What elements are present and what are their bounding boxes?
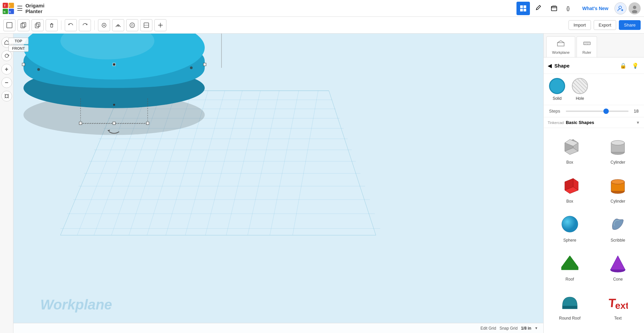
shape-lock-button[interactable]: 🔒 [618, 61, 628, 70]
action-buttons: Import Export Share [568, 20, 644, 30]
svg-point-34 [131, 24, 133, 26]
snap-grid-value: 1/8 in [521, 326, 531, 331]
shape-card-round-roof-8[interactable]: Round Roof [547, 287, 593, 324]
shape-card-box-2[interactable]: Box [547, 170, 593, 207]
solid-circle-icon [549, 78, 565, 94]
shape-card-cone-7[interactable]: Cone [595, 248, 641, 285]
nav-right: {} What's New [516, 2, 644, 15]
whats-new-button[interactable]: What's New [578, 4, 612, 13]
project-name[interactable]: Origami Planter [26, 3, 60, 14]
view-cube: TOP FRONT [7, 37, 30, 71]
ruler-tab[interactable]: Ruler [577, 36, 597, 57]
copy-button[interactable] [17, 19, 30, 31]
redo-button[interactable] [79, 19, 91, 31]
svg-point-88 [190, 67, 193, 69]
catalog-header: Tinkercad Basic Shapes ▼ [544, 117, 644, 128]
shape-card-text-9[interactable]: TextText [595, 287, 641, 324]
shape-thumb-6 [558, 251, 582, 275]
duplicate-button[interactable] [32, 19, 44, 31]
workplane-tab-label: Workplane [552, 50, 569, 54]
zoom-out-button[interactable]: − [1, 77, 12, 88]
share-button[interactable]: Share [619, 20, 641, 30]
edit-grid-button[interactable]: Edit Grid [481, 326, 496, 331]
view-tool-4[interactable] [140, 19, 152, 31]
workplane-ruler-tabs: Workplane Ruler [544, 34, 644, 57]
svg-point-14 [619, 6, 622, 9]
export-button[interactable]: Export [594, 20, 616, 30]
separator2 [94, 20, 95, 30]
shape-thumb-9: Text [606, 290, 630, 314]
shape-card-roof-6[interactable]: Roof [547, 248, 593, 285]
shape-card-sphere-4[interactable]: Sphere [547, 209, 593, 246]
steps-thumb[interactable] [603, 109, 609, 114]
view-top[interactable]: TOP [8, 38, 29, 44]
svg-text:N: N [4, 10, 5, 13]
hole-circle-icon [572, 78, 588, 94]
shape-thumb-3 [606, 173, 630, 197]
grid-view-button[interactable] [516, 2, 530, 15]
ruler-tab-icon [583, 39, 591, 49]
svg-point-86 [113, 104, 115, 106]
view-tool-3[interactable] [126, 19, 138, 31]
shape-options: Solid Hole [544, 74, 644, 105]
svg-point-32 [117, 25, 119, 26]
shape-panel-collapse-icon[interactable]: ◀ [548, 63, 552, 69]
add-user-button[interactable] [614, 2, 627, 14]
hole-option[interactable]: Hole [572, 78, 588, 101]
delete-button[interactable] [46, 19, 58, 31]
top-navigation: T I N K ☰ Origami Planter {} What's New [0, 0, 644, 17]
svg-rect-85 [113, 122, 115, 125]
toolbar: Import Export Share [0, 17, 644, 34]
svg-rect-10 [520, 9, 523, 11]
user-avatar[interactable] [629, 2, 641, 14]
catalog-dropdown-icon[interactable]: ▼ [636, 120, 640, 125]
svg-rect-11 [524, 9, 526, 11]
new-shape-button[interactable] [3, 19, 15, 31]
viewport[interactable]: Workplane Edit Grid Snap Grid 1/8 in ▼ [13, 34, 543, 333]
svg-point-18 [633, 6, 636, 9]
view-tool-2[interactable] [112, 19, 124, 31]
shape-card-label-6: Roof [565, 277, 574, 282]
fit-all-button[interactable] [1, 91, 12, 101]
shape-card-scribble-5[interactable]: Scribble [595, 209, 641, 246]
solid-option[interactable]: Solid [549, 78, 565, 101]
snap-grid-down-icon[interactable]: ▼ [535, 326, 538, 330]
shape-panel-title: Shape [554, 63, 616, 69]
shape-light-button[interactable]: 💡 [631, 61, 640, 70]
svg-rect-84 [146, 122, 149, 125]
logo-area: T I N K ☰ Origami Planter [0, 2, 60, 14]
shapes-catalog: Tinkercad Basic Shapes ▼ BoxCylinderBoxC… [544, 117, 644, 333]
workplane-tab[interactable]: Workplane [546, 36, 575, 57]
svg-line-93 [557, 41, 561, 43]
svg-rect-23 [35, 24, 39, 28]
svg-text:K: K [9, 10, 11, 13]
shape-card-label-5: Scribble [611, 238, 625, 243]
svg-rect-95 [584, 42, 590, 45]
hamburger-icon[interactable]: ☰ [17, 4, 23, 12]
steps-slider[interactable] [566, 111, 629, 112]
view-tool-1[interactable] [98, 19, 110, 31]
tinkercad-logo-icon: T I N K [3, 2, 14, 14]
shape-panel-header: ◀ Shape 🔒 💡 [544, 57, 644, 74]
svg-rect-9 [524, 5, 526, 8]
shape-card-cylinder-1[interactable]: Cylinder [595, 131, 641, 168]
svg-point-111 [611, 179, 625, 184]
3d-object-container[interactable] [13, 34, 232, 147]
svg-rect-22 [22, 23, 26, 27]
shape-card-label-3: Cylinder [610, 199, 625, 204]
view-front[interactable]: FRONT [8, 45, 29, 52]
edit-view-button[interactable] [532, 2, 545, 15]
shape-card-box-0[interactable]: Box [547, 131, 593, 168]
import-button[interactable]: Import [568, 20, 591, 30]
undo-button[interactable] [65, 19, 77, 31]
svg-point-112 [562, 216, 578, 232]
shape-card-cylinder-3[interactable]: Cylinder [595, 170, 641, 207]
shape-thumb-1 [606, 134, 630, 158]
code-button[interactable]: {} [563, 2, 576, 15]
3d-object-svg [13, 34, 232, 145]
svg-text:{}: {} [566, 6, 570, 11]
files-button[interactable] [547, 2, 561, 15]
svg-point-33 [130, 23, 135, 28]
view-tool-5[interactable] [154, 19, 166, 31]
svg-point-31 [103, 25, 105, 26]
